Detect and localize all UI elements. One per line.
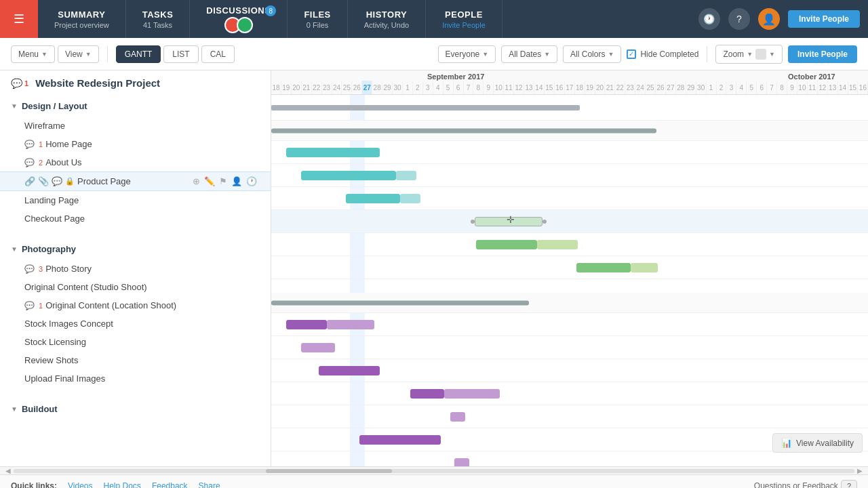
project-title: Website Redesign Project bbox=[35, 77, 160, 89]
task-photo-story[interactable]: 💬 3 Photo Story bbox=[0, 260, 271, 278]
photo-story-icons: 💬 3 bbox=[24, 264, 43, 274]
day-10: 28 bbox=[372, 81, 382, 94]
section-photography[interactable]: ▼ Photography bbox=[0, 239, 271, 260]
help-icon[interactable]: ? bbox=[728, 8, 750, 30]
zoom-dropdown[interactable]: Zoom ▼ ▼ bbox=[715, 45, 783, 64]
day-51: 9 bbox=[787, 81, 797, 94]
section-design-layout[interactable]: ▼ Design / Layout bbox=[0, 96, 271, 117]
day-49: 7 bbox=[767, 81, 777, 94]
all-dates-dropdown[interactable]: All Dates ▼ bbox=[501, 45, 557, 63]
task-stock-licensing[interactable]: Stock Licensing bbox=[0, 333, 271, 351]
flag-icon[interactable]: ⚑ bbox=[219, 176, 227, 186]
gantt-btn[interactable]: GANTT bbox=[116, 45, 161, 63]
discussions-badge: 8 bbox=[265, 5, 276, 16]
hamburger-menu[interactable]: ☰ bbox=[0, 0, 38, 38]
cursor-cross: ✛ bbox=[507, 214, 515, 225]
task-landing-page[interactable]: Landing Page bbox=[0, 191, 271, 209]
day-16: 4 bbox=[433, 81, 443, 94]
dates-chevron: ▼ bbox=[544, 51, 550, 58]
bar-stock-images-2 bbox=[444, 389, 500, 399]
bar-checkout-ext bbox=[631, 263, 658, 272]
day-40: 28 bbox=[676, 81, 686, 94]
top-nav: ☰ SUMMARY Project overview TASKS 41 Task… bbox=[0, 0, 868, 38]
task-upload-final[interactable]: Upload Final Images bbox=[0, 369, 271, 388]
scrollbar-track[interactable] bbox=[14, 469, 854, 473]
all-colors-dropdown[interactable]: All Colors ▼ bbox=[563, 45, 621, 63]
section-title-buildout: Buildout bbox=[22, 404, 58, 414]
horizontal-scrollbar[interactable]: ◀ ▶ bbox=[0, 466, 868, 474]
nav-tab-discussions[interactable]: DISCUSSIONS 8 bbox=[190, 0, 288, 38]
task-original-studio[interactable]: Original Content (Studio Shoot) bbox=[0, 278, 271, 296]
section-title-design: Design / Layout bbox=[22, 101, 87, 111]
day-12: 30 bbox=[393, 81, 403, 94]
task-product-page[interactable]: 🔗 📎 💬 🔒 Product Page ⊕ ✏️ ⚑ 👤 🕐 bbox=[0, 171, 271, 191]
gantt-area: September 2017 October 2017 181920212223… bbox=[271, 70, 868, 466]
cal-btn[interactable]: CAL bbox=[201, 45, 235, 63]
bar-photo-story-ext bbox=[327, 320, 374, 329]
nav-tab-people-sub: Invite People bbox=[442, 21, 486, 29]
gantt-section-design bbox=[271, 121, 868, 141]
everyone-chevron: ▼ bbox=[482, 51, 488, 58]
connector-left bbox=[471, 220, 475, 224]
person-icon[interactable]: 👤 bbox=[231, 176, 242, 186]
gantt-stock-licensing bbox=[271, 405, 868, 428]
menu-dropdown[interactable]: Menu ▼ bbox=[11, 45, 55, 63]
edit-icon[interactable]: ✏️ bbox=[204, 176, 215, 186]
day-48: 6 bbox=[757, 81, 767, 94]
section-arrow-photo: ▼ bbox=[11, 245, 18, 253]
quick-link-helpdocs[interactable]: Help Docs bbox=[104, 481, 141, 489]
scroll-right-arrow[interactable]: ▶ bbox=[854, 467, 865, 474]
nav-tab-history-title: HISTORY bbox=[366, 9, 408, 20]
task-checkout-page[interactable]: Checkout Page bbox=[0, 209, 271, 228]
day-39: 27 bbox=[666, 81, 676, 94]
day-35: 23 bbox=[625, 81, 635, 94]
gantt-product-page: ✛ bbox=[271, 210, 868, 233]
bar-stock-images-1 bbox=[410, 389, 444, 399]
day-15: 3 bbox=[423, 81, 433, 94]
user-avatar[interactable]: 👤 bbox=[758, 8, 780, 30]
hide-completed-toggle[interactable]: Hide Completed bbox=[627, 49, 698, 59]
view-availability-btn[interactable]: 📊 View Availability bbox=[772, 433, 863, 453]
task-about-us[interactable]: 💬 2 About Us bbox=[0, 153, 271, 171]
section-buildout[interactable]: ▼ Buildout bbox=[0, 399, 271, 420]
task-home-page[interactable]: 💬 1 Home Page bbox=[0, 135, 271, 153]
invite-people-button[interactable]: Invite People bbox=[788, 45, 857, 63]
quick-link-videos[interactable]: Videos bbox=[68, 481, 92, 489]
clock-task-icon[interactable]: 🕐 bbox=[246, 176, 257, 186]
feedback-icon-btn[interactable]: ? bbox=[841, 480, 857, 489]
gantt-location bbox=[271, 359, 868, 382]
task-original-location[interactable]: 💬 1 Original Content (Location Shoot) bbox=[0, 296, 271, 314]
nav-tab-files[interactable]: FILES 0 Files bbox=[288, 0, 347, 38]
task-review-shots[interactable]: Review Shots bbox=[0, 351, 271, 369]
calendar-header: September 2017 October 2017 181920212223… bbox=[271, 70, 868, 95]
quick-link-feedback[interactable]: Feedback bbox=[152, 481, 188, 489]
task-stock-images[interactable]: Stock Images Concept bbox=[0, 314, 271, 333]
gantt-photo-story bbox=[271, 313, 868, 336]
hide-completed-checkbox[interactable] bbox=[627, 49, 636, 59]
day-21: 9 bbox=[484, 81, 494, 94]
nav-tab-summary-sub: Project overview bbox=[54, 21, 109, 29]
task-wireframe[interactable]: Wireframe bbox=[0, 117, 271, 135]
list-btn[interactable]: LIST bbox=[163, 45, 198, 63]
scroll-left-arrow[interactable]: ◀ bbox=[3, 467, 14, 474]
everyone-dropdown[interactable]: Everyone ▼ bbox=[438, 45, 496, 63]
connect-icon[interactable]: ⊕ bbox=[193, 176, 200, 186]
nav-tab-summary[interactable]: SUMMARY Project overview bbox=[38, 0, 126, 38]
nav-tab-history[interactable]: HISTORY Activity, Undo bbox=[348, 0, 426, 38]
view-dropdown[interactable]: View ▼ bbox=[58, 45, 99, 63]
quick-link-share[interactable]: Share bbox=[199, 481, 220, 489]
scrollbar-thumb[interactable] bbox=[266, 469, 392, 473]
day-36: 24 bbox=[635, 81, 646, 94]
clock-icon[interactable]: 🕐 bbox=[698, 8, 720, 30]
nav-tab-people[interactable]: PEOPLE Invite People bbox=[426, 0, 502, 38]
day-7: 25 bbox=[342, 81, 352, 94]
product-page-icons: 🔗 📎 💬 🔒 bbox=[24, 176, 75, 186]
bar-homepage-ext bbox=[396, 171, 416, 180]
day-9: 27 bbox=[362, 81, 372, 94]
day-6: 24 bbox=[332, 81, 342, 94]
day-44: 2 bbox=[717, 81, 727, 94]
nav-tab-tasks[interactable]: TASKS 41 Tasks bbox=[126, 0, 191, 38]
top-invite-people-button[interactable]: Invite People bbox=[788, 10, 860, 28]
day-17: 5 bbox=[443, 81, 454, 94]
toolbar-right: Everyone ▼ All Dates ▼ All Colors ▼ Hide… bbox=[438, 45, 857, 64]
